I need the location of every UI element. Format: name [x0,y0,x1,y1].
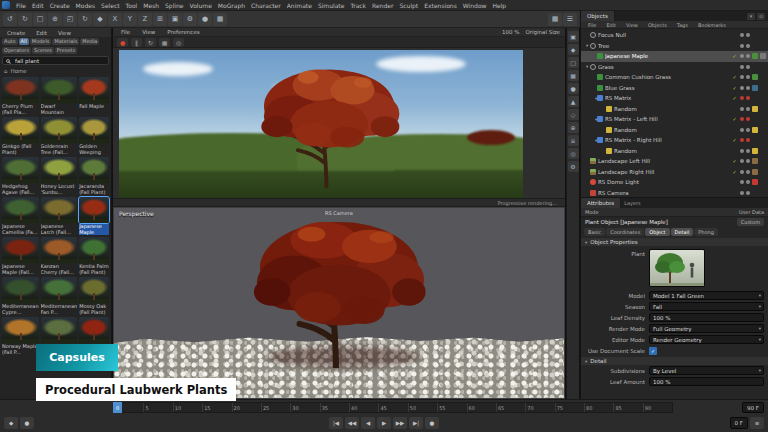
mode-dropdown[interactable]: Mode [585,209,599,215]
object-tag[interactable] [760,43,766,49]
filter-chip[interactable]: Auto [2,38,18,45]
filter-chip[interactable]: Presets [55,47,77,54]
object-tag[interactable] [752,43,758,49]
environment-icon[interactable]: ▦ [213,13,227,26]
c4d-logo-icon[interactable] [2,1,10,9]
last-tool-icon[interactable]: ◆ [93,13,107,26]
asset-item[interactable]: Mediterranean Fan P... [41,277,78,315]
render-visibility-dot[interactable] [746,33,750,37]
points-mode-icon[interactable]: ● [568,83,579,94]
asset-thumbnail[interactable] [79,197,109,223]
render-visibility-dot[interactable] [746,117,750,121]
timeline-options-icon[interactable]: ≡ [750,417,764,429]
tab-objects[interactable]: Objects [581,11,615,21]
z-axis-lock-icon[interactable]: Z [138,13,152,26]
goto-end-button[interactable]: ▶| [409,417,423,429]
asset-thumbnail[interactable] [41,157,78,183]
menu-item[interactable]: Mesh [140,2,162,9]
asset-thumbnail[interactable] [79,277,109,303]
enable-axis-icon[interactable]: ⊕ [568,122,579,133]
next-key-button[interactable]: ▶▶ [393,417,407,429]
object-label[interactable]: Blue Grass [605,85,729,91]
field-value[interactable]: Model 1 Fall Green [649,291,764,300]
asset-thumbnail[interactable] [79,237,109,263]
editor-visibility-dot[interactable] [740,191,744,195]
editor-visibility-dot[interactable] [740,149,744,153]
scale-icon[interactable]: ◰ [63,13,77,26]
object-tag[interactable] [752,190,758,196]
search-input[interactable] [13,57,93,65]
filter-icon[interactable]: ▾ [747,13,755,20]
objects-menu-item[interactable]: View [623,22,641,28]
asset-item[interactable]: Dwarf Mountain Pine... [41,77,78,115]
render-visibility-dot[interactable] [746,44,750,48]
render-settings-icon[interactable]: ⚙ [183,13,197,26]
attribute-tab[interactable]: Coordinates [606,228,644,236]
render-visibility-dot[interactable] [746,159,750,163]
render-visibility-dot[interactable] [746,149,750,153]
filter-chip[interactable]: Operators [2,47,31,54]
editor-visibility-dot[interactable] [740,159,744,163]
object-row[interactable]: Random [581,125,768,136]
object-tag[interactable] [760,85,766,91]
section-collapse-icon[interactable]: ▾ [585,359,587,364]
asset-item[interactable]: Japanese Maple (Fall... [2,237,39,275]
enabled-check-icon[interactable]: ✓ [731,53,738,59]
field-value[interactable]: 100 % [649,377,764,386]
menu-item[interactable]: Edit [29,2,47,9]
goto-start-button[interactable]: |◀ [329,417,343,429]
object-label[interactable]: Grass [598,64,729,70]
enabled-check-icon[interactable]: ✓ [731,116,738,122]
asset-thumbnail[interactable] [2,197,39,223]
prev-key-button[interactable]: ◀◀ [345,417,359,429]
menu-item[interactable]: Create [47,2,73,9]
object-row[interactable]: Blue Grass ✓ [581,83,768,94]
render-visibility-dot[interactable] [746,75,750,79]
rotate-icon[interactable]: ↻ [78,13,92,26]
object-row[interactable]: ▾ RS Matrix - Left Hill ✓ [581,114,768,125]
render-view-menu-item[interactable]: Preferences [164,29,202,35]
enabled-check-icon[interactable]: ✓ [731,74,738,80]
plant-preview-thumbnail[interactable] [649,249,705,287]
coordinate-system-icon[interactable]: ⊞ [153,13,167,26]
object-tag[interactable] [752,53,758,59]
object-label[interactable]: RS Dome Light [598,179,729,185]
editor-visibility-dot[interactable] [740,138,744,142]
asset-item[interactable]: Norway Maple (Fall P... [2,317,39,355]
editor-visibility-dot[interactable] [740,96,744,100]
size-mode-dropdown[interactable]: Original Size [525,29,560,35]
object-tag[interactable] [752,32,758,38]
menu-item[interactable]: Render [369,2,396,9]
editor-visibility-dot[interactable] [740,44,744,48]
object-tag[interactable] [752,169,758,175]
object-row[interactable]: ▾ Tree [581,41,768,52]
object-row[interactable]: Japanese Maple ✓ [581,51,768,62]
editor-visibility-dot[interactable] [740,75,744,79]
filter-chip[interactable]: All [19,38,29,45]
object-tag[interactable] [752,74,758,80]
menu-item[interactable]: Tool [123,2,141,9]
object-tag[interactable] [760,169,766,175]
object-tag[interactable] [752,106,758,112]
menu-item[interactable]: Character [248,2,284,9]
custom-button[interactable]: Custom [737,218,764,226]
enabled-check-icon[interactable]: ✓ [731,85,738,91]
asset-thumbnail[interactable] [41,117,78,143]
asset-thumbnail[interactable] [41,277,78,303]
object-row[interactable]: Common Cushion Grass ✓ [581,72,768,83]
playhead[interactable]: 0 [113,402,122,413]
object-tag[interactable] [752,148,758,154]
enabled-check-icon[interactable]: ✓ [731,158,738,164]
object-label[interactable]: Landscape Right Hill [598,169,729,175]
edges-mode-icon[interactable]: ▲ [568,96,579,107]
asset-item[interactable]: Ginkgo (Fall Plant) [2,117,39,155]
user-data-menu[interactable]: User Data [739,209,764,215]
editor-visibility-dot[interactable] [740,33,744,37]
search-icon[interactable]: ⊙ [757,13,765,20]
asset-menu-item[interactable]: Edit [33,30,50,36]
asset-item[interactable]: Kanzan Cherry (Fall... [41,237,78,275]
object-label[interactable]: Tree [598,43,729,49]
asset-item[interactable]: Mediterranean Cypre... [2,277,39,315]
polygons-mode-icon[interactable]: ◇ [568,109,579,120]
render-visibility-dot[interactable] [746,191,750,195]
